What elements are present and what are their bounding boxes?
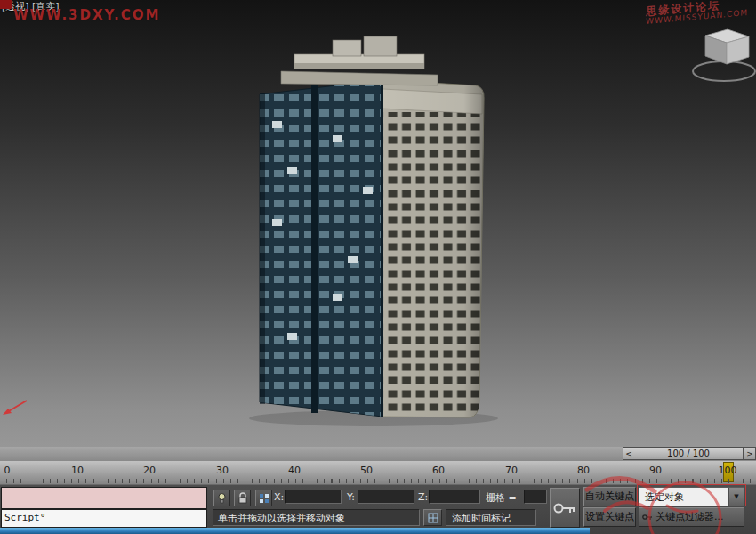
- absolute-mode-icon: [428, 513, 438, 523]
- tick-label: 10: [71, 465, 84, 476]
- key-filter-icon: [642, 513, 653, 522]
- selection-set-value: 选定对象: [645, 490, 684, 504]
- tick-label: 60: [432, 465, 445, 476]
- tick-label: 100: [719, 465, 737, 476]
- key-filters-button[interactable]: 关键点过滤器...: [639, 507, 744, 527]
- key-filters-label: 关键点过滤器...: [655, 511, 724, 522]
- watermark-3dxy: WWW.3DXY.COM: [13, 7, 160, 23]
- tick-label: 80: [577, 465, 590, 476]
- lock-icon: [237, 492, 248, 504]
- tick-label: 30: [216, 465, 229, 476]
- status-prompt: 单击并拖动以选择并移动对象: [213, 509, 420, 526]
- view-cube[interactable]: [685, 25, 756, 87]
- viewport-corner-marker: [0, 0, 12, 9]
- x-coordinate-field[interactable]: [285, 490, 342, 504]
- key-icon: [552, 499, 577, 517]
- set-keys-button[interactable]: [550, 488, 580, 528]
- x-axis-label: X:: [274, 491, 284, 503]
- grid-size-field[interactable]: [524, 490, 547, 504]
- lightbulb-icon: [216, 492, 228, 504]
- world-axis-gizmo: [0, 395, 36, 422]
- isolate-selection-button[interactable]: [213, 490, 230, 506]
- tick-label: 90: [649, 465, 662, 476]
- z-coordinate-field[interactable]: [429, 490, 480, 504]
- auto-key-button[interactable]: 自动关键点: [583, 487, 636, 506]
- tick-label: 0: [4, 465, 11, 476]
- perspective-viewport[interactable]: [透视] [真实] WWW.3DXY.COM 思缘设计论坛 WWW.MISSYU…: [0, 0, 756, 448]
- frame-indicator: 100 / 100: [634, 449, 743, 458]
- building-model: [0, 0, 756, 447]
- track-bar-ticks: [0, 479, 756, 483]
- y-coordinate-field[interactable]: [358, 490, 414, 504]
- snap-grid-icon: [259, 493, 269, 504]
- selection-lock-button[interactable]: [234, 490, 251, 506]
- set-key-button[interactable]: 设置关键点: [583, 507, 636, 527]
- maxscript-macro-recorder[interactable]: [1, 487, 207, 509]
- snap-toggle-button[interactable]: [255, 490, 272, 506]
- grid-size-label: 栅格 =: [486, 491, 517, 505]
- add-time-tag[interactable]: 添加时间标记: [446, 509, 536, 526]
- prev-frame-icon[interactable]: <: [623, 449, 634, 458]
- tick-label: 50: [360, 465, 373, 476]
- 3dsmax-window: [透视] [真实] WWW.3DXY.COM 思缘设计论坛 WWW.MISSYU…: [0, 0, 756, 534]
- time-slider-track[interactable]: < 100 / 100 >: [0, 447, 756, 462]
- chevron-down-icon[interactable]: ▼: [728, 488, 744, 506]
- next-frame-icon[interactable]: >: [744, 447, 756, 460]
- status-bar: Script° X: Y: Z: 栅格 =: [0, 484, 756, 534]
- track-bar[interactable]: 0 10 20 30 40 50 60 70 80 90 100: [0, 461, 756, 485]
- bottom-blue-strip: [0, 528, 590, 534]
- maxscript-listener[interactable]: Script°: [1, 509, 207, 528]
- tick-label: 70: [505, 465, 518, 476]
- tick-label: 20: [143, 465, 156, 476]
- y-axis-label: Y:: [347, 491, 355, 503]
- time-slider-handle[interactable]: < 100 / 100: [623, 447, 744, 460]
- selection-set-dropdown[interactable]: 选定对象 ▼: [639, 487, 744, 506]
- z-axis-label: Z:: [418, 491, 428, 503]
- absolute-mode-button[interactable]: [423, 509, 442, 526]
- tick-label: 40: [288, 465, 301, 476]
